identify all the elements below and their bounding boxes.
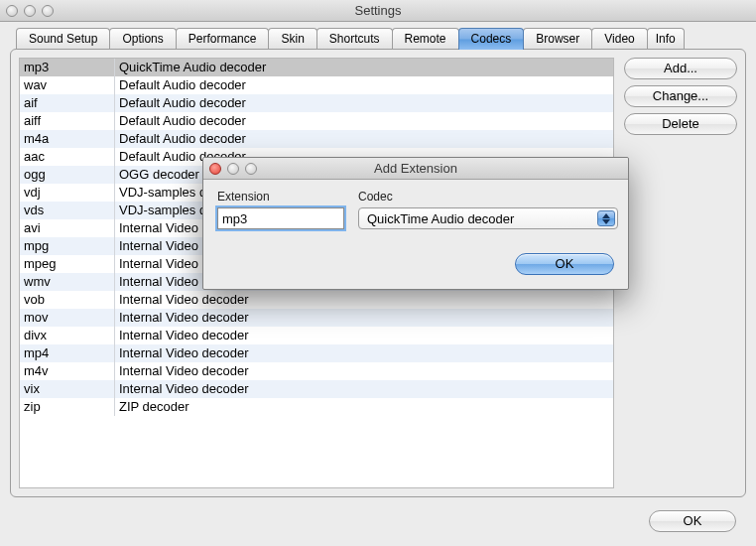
table-row[interactable]: wavDefault Audio decoder	[20, 76, 613, 94]
extension-cell: divx	[20, 327, 115, 344]
decoder-cell: Default Audio decoder	[115, 94, 613, 112]
extension-cell: avi	[20, 219, 115, 237]
side-buttons: Add... Change... Delete	[624, 58, 737, 488]
table-row[interactable]: m4aDefault Audio decoder	[20, 130, 613, 148]
table-row[interactable]: m4vInternal Video decoder	[20, 362, 613, 380]
ok-button[interactable]: OK	[649, 510, 736, 532]
window-titlebar: Settings	[0, 0, 756, 22]
extension-cell: vob	[20, 291, 115, 309]
dialog-titlebar: Add Extension	[203, 158, 628, 180]
tab-label: Info	[656, 32, 676, 46]
decoder-cell: QuickTime Audio decoder	[115, 59, 613, 76]
extension-cell: wav	[20, 76, 115, 94]
tab-options[interactable]: Options	[109, 28, 176, 50]
decoder-cell: Default Audio decoder	[115, 112, 613, 130]
extension-cell: mp4	[20, 344, 115, 362]
tab-label: Performance	[189, 32, 257, 46]
codec-select[interactable]: QuickTime Audio decoder	[358, 207, 618, 229]
footer: OK	[649, 510, 736, 532]
decoder-cell: Default Audio decoder	[115, 130, 613, 148]
extension-cell: ogg	[20, 166, 115, 184]
tab-performance[interactable]: Performance	[176, 28, 270, 50]
tab-label: Remote	[405, 32, 446, 46]
add-button[interactable]: Add...	[624, 58, 737, 79]
tab-label: Sound Setup	[29, 32, 97, 46]
zoom-icon[interactable]	[42, 5, 54, 17]
tab-codecs[interactable]: Codecs	[458, 28, 525, 50]
table-row[interactable]: vobInternal Video decoder	[20, 291, 613, 309]
close-icon[interactable]	[6, 5, 18, 17]
decoder-cell: Internal Video decoder	[115, 380, 613, 398]
tabbar: Sound SetupOptionsPerformanceSkinShortcu…	[16, 28, 740, 50]
table-row[interactable]: aifDefault Audio decoder	[20, 94, 613, 112]
dialog-ok-button[interactable]: OK	[515, 253, 614, 275]
extension-input[interactable]	[217, 207, 344, 229]
extension-cell: aac	[20, 148, 115, 166]
close-icon[interactable]	[209, 163, 221, 175]
tab-shortcuts[interactable]: Shortcuts	[316, 28, 393, 50]
tab-info[interactable]: Info	[647, 28, 685, 50]
extension-cell: mov	[20, 309, 115, 327]
table-row[interactable]: movInternal Video decoder	[20, 309, 613, 327]
extension-cell: vix	[20, 380, 115, 398]
decoder-cell: ZIP decoder	[115, 398, 613, 416]
tab-label: Options	[122, 32, 163, 46]
decoder-cell: Default Audio decoder	[115, 76, 613, 94]
extension-label: Extension	[217, 190, 344, 204]
extension-cell: zip	[20, 398, 115, 416]
svg-marker-0	[602, 213, 610, 218]
codec-select-value: QuickTime Audio decoder	[367, 211, 514, 226]
extension-cell: mpg	[20, 237, 115, 255]
tab-label: Shortcuts	[329, 32, 380, 46]
decoder-cell: Internal Video decoder	[115, 309, 613, 327]
codec-label: Codec	[358, 190, 618, 204]
tab-label: Skin	[281, 32, 304, 46]
delete-button[interactable]: Delete	[624, 113, 737, 135]
chevron-up-down-icon	[597, 210, 615, 226]
table-row[interactable]: mp4Internal Video decoder	[20, 344, 613, 362]
extension-cell: mpeg	[20, 255, 115, 273]
tab-label: Codecs	[471, 32, 512, 46]
table-row[interactable]: divxInternal Video decoder	[20, 327, 613, 344]
decoder-cell: Internal Video decoder	[115, 291, 613, 309]
table-row[interactable]: mp3QuickTime Audio decoder	[20, 59, 613, 76]
tab-browser[interactable]: Browser	[523, 28, 592, 50]
extension-cell: vdj	[20, 184, 115, 202]
extension-cell: m4a	[20, 130, 115, 148]
change-button[interactable]: Change...	[624, 85, 737, 107]
tab-label: Video	[604, 32, 634, 46]
extension-cell: m4v	[20, 362, 115, 380]
table-row[interactable]: vixInternal Video decoder	[20, 380, 613, 398]
window-title: Settings	[0, 3, 756, 18]
zoom-icon	[245, 163, 257, 175]
minimize-icon	[227, 163, 239, 175]
decoder-cell: Internal Video decoder	[115, 327, 613, 344]
extension-cell: aif	[20, 94, 115, 112]
extension-cell: vds	[20, 202, 115, 219]
table-row[interactable]: zipZIP decoder	[20, 398, 613, 416]
add-extension-dialog: Add Extension Extension Codec QuickTime …	[202, 157, 629, 290]
table-row[interactable]: aiffDefault Audio decoder	[20, 112, 613, 130]
decoder-cell: Internal Video decoder	[115, 344, 613, 362]
tab-skin[interactable]: Skin	[268, 28, 316, 50]
decoder-cell: Internal Video decoder	[115, 362, 613, 380]
minimize-icon[interactable]	[24, 5, 36, 17]
tab-label: Browser	[536, 32, 579, 46]
tab-remote[interactable]: Remote	[392, 28, 459, 50]
extension-cell: aiff	[20, 112, 115, 130]
svg-marker-1	[602, 219, 610, 224]
dialog-title: Add Extension	[203, 161, 628, 176]
extension-cell: wmv	[20, 273, 115, 291]
tab-video[interactable]: Video	[591, 28, 647, 50]
tab-sound-setup[interactable]: Sound Setup	[16, 28, 110, 50]
extension-cell: mp3	[20, 59, 115, 76]
